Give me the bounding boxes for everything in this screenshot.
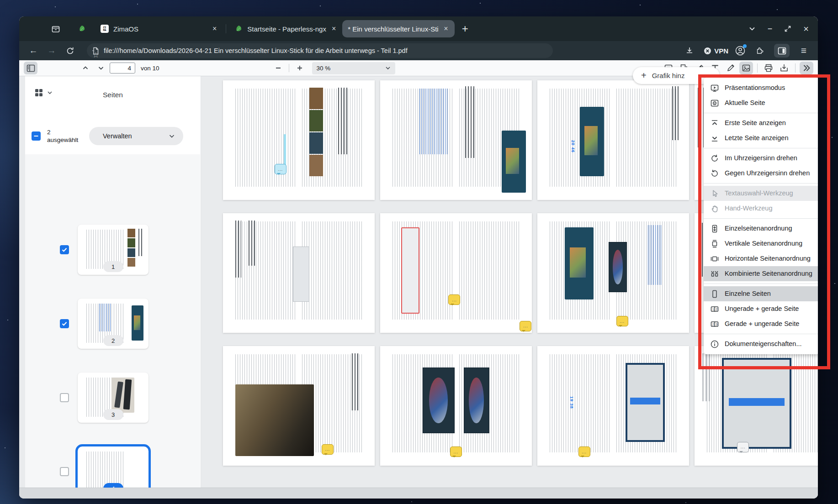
page-figure <box>464 368 489 433</box>
annotation-bubble-icon: ... <box>450 446 462 457</box>
page-thumbnail-2[interactable]: 2 <box>78 299 149 349</box>
page-checkbox-1[interactable] <box>60 245 69 254</box>
thumbnail-list: 12345 <box>25 154 200 488</box>
next-page-button[interactable] <box>94 62 108 74</box>
profile-button[interactable] <box>735 45 746 56</box>
pdf-page-preview[interactable]: ...... <box>380 213 532 333</box>
page-figure <box>580 107 604 176</box>
minimize-button[interactable]: − <box>768 24 773 34</box>
browser-menu-button[interactable]: ≡ <box>796 44 811 58</box>
select-all-checkbox[interactable] <box>32 131 41 141</box>
pages-panel-header: Seiten <box>25 76 201 118</box>
new-tab-button[interactable]: + <box>455 22 476 35</box>
page-figure <box>672 86 680 140</box>
page-thumbnail-1[interactable]: 1 <box>78 225 149 275</box>
page-checkbox-4[interactable] <box>60 467 69 476</box>
pdf-page-preview[interactable]: ... <box>380 346 532 466</box>
annotation-bubble-icon: ... <box>520 321 531 331</box>
navigation-bar: ← → file:///home/a/Downloads/2026-04-21 … <box>19 41 818 60</box>
page-figure <box>235 384 314 456</box>
previous-page-button[interactable] <box>79 62 92 74</box>
page-figure <box>338 88 349 155</box>
zoom-out-button[interactable] <box>271 62 285 74</box>
workspace-button[interactable] <box>47 21 65 37</box>
page-figure <box>502 131 526 193</box>
page-thumbnail-4[interactable]: 4 <box>78 446 149 488</box>
pinned-tab[interactable] <box>71 21 92 37</box>
zima-favicon: ZIMA <box>101 25 109 33</box>
page-number-badge: 2 <box>103 335 123 346</box>
page-stamp-label: 19 38 <box>569 396 574 409</box>
close-window-button[interactable]: × <box>803 24 809 34</box>
pdf-page-preview[interactable] <box>380 80 532 200</box>
leaf-icon <box>234 25 243 33</box>
tab-separator <box>226 24 226 33</box>
page-figure <box>626 363 665 442</box>
manage-button[interactable]: Verwalten <box>89 127 183 145</box>
reload-button[interactable] <box>62 44 78 58</box>
page-number-badge: 3 <box>103 409 123 420</box>
image-tool-icon[interactable] <box>739 62 753 74</box>
close-tab-icon[interactable]: × <box>331 25 337 33</box>
red-highlight-rectangle <box>698 74 830 369</box>
pages-panel: Seiten 2ausgewählt Verwalten 12345 <box>25 76 201 488</box>
page-figure <box>293 247 310 302</box>
pdf-page-preview[interactable]: ... <box>223 346 375 466</box>
page-figure <box>235 220 241 278</box>
vpn-off-icon <box>704 47 711 55</box>
annotation-bubble-icon: ... <box>616 316 628 326</box>
selection-row: 2ausgewählt Verwalten <box>25 118 201 154</box>
horizontal-scrollbar[interactable] <box>19 488 818 499</box>
zoom-value: 30 % <box>317 65 331 72</box>
page-number-input[interactable] <box>110 63 135 74</box>
url-text: file:///home/a/Downloads/2026-04-21 Ein … <box>104 47 547 54</box>
address-bar[interactable]: file:///home/a/Downloads/2026-04-21 Ein … <box>87 43 553 58</box>
page-thumbnail-3[interactable]: 3 <box>78 373 149 423</box>
annotation-bubble-icon: ... <box>448 294 460 305</box>
tab-paperless[interactable]: Startseite - Paperless-ngx × <box>229 20 342 37</box>
pdf-page-preview[interactable]: 19 38... <box>537 346 689 466</box>
notification-dot <box>743 44 747 48</box>
tab-search-chevron-icon[interactable] <box>748 25 756 32</box>
restore-icon[interactable] <box>784 25 791 32</box>
vpn-button[interactable]: VPN <box>704 47 728 55</box>
tab-title: * Ein verschlüsselter Linux-Sti <box>348 25 438 33</box>
back-button[interactable]: ← <box>26 44 41 58</box>
page-figure <box>722 358 792 449</box>
tab-zimaos[interactable]: ZIMA ZimaOS × <box>95 20 223 37</box>
more-tools-icon[interactable] <box>800 62 813 74</box>
page-stamp-label: 20 46 <box>571 140 575 153</box>
close-tab-icon[interactable]: × <box>212 25 217 33</box>
save-icon[interactable] <box>777 62 791 74</box>
toggle-sidebar-button[interactable] <box>24 62 37 74</box>
annotation-bubble-icon: ... <box>737 442 749 452</box>
print-icon[interactable] <box>762 62 775 74</box>
zoom-select[interactable]: 30 % <box>312 62 395 74</box>
page-figure <box>352 353 360 411</box>
tab-bar: ZIMA ZimaOS × Startseite - Paperless-ngx… <box>19 16 818 41</box>
selected-count-label: 2ausgewählt <box>47 128 86 144</box>
page-checkbox-2[interactable] <box>60 319 69 328</box>
plus-icon: + <box>641 70 647 81</box>
zoom-in-button[interactable] <box>293 62 307 74</box>
chevron-down-icon <box>169 133 175 139</box>
pdf-page-preview[interactable]: ... <box>537 213 689 333</box>
page-figure <box>249 220 255 266</box>
forward-button[interactable]: → <box>44 44 59 58</box>
pen-tool-icon[interactable] <box>724 62 737 74</box>
close-tab-icon[interactable]: × <box>443 25 449 33</box>
extensions-icon[interactable] <box>752 44 768 58</box>
annotation-bubble-icon: ... <box>322 444 334 455</box>
pdf-page-preview[interactable] <box>223 213 375 333</box>
bookmark-star-icon[interactable]: ☆ <box>92 50 93 51</box>
page-number-badge: 4 <box>103 483 123 488</box>
pdf-page-preview[interactable]: 20 46 <box>537 80 689 200</box>
page-checkbox-3[interactable] <box>60 393 69 402</box>
side-panel-button[interactable] <box>774 44 790 58</box>
chevron-down-icon <box>385 65 391 71</box>
downloads-button[interactable] <box>682 44 697 58</box>
page-figure <box>565 227 594 299</box>
pdf-page-preview[interactable]: ... <box>223 80 375 200</box>
tab-pdf-active[interactable]: * Ein verschlüsselter Linux-Sti × <box>342 20 454 37</box>
leaf-icon <box>78 25 86 33</box>
